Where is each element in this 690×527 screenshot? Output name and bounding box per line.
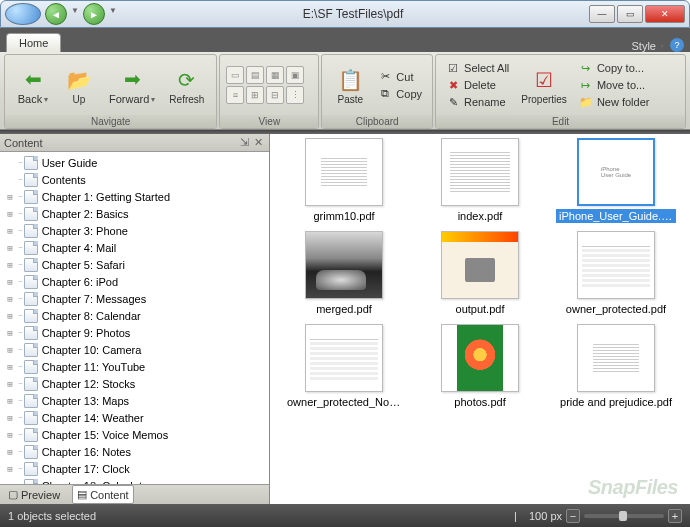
- forward-arrow-icon: ➡: [118, 65, 146, 93]
- expand-icon[interactable]: ⊞: [4, 345, 16, 355]
- new-folder-icon: 📁: [579, 95, 593, 109]
- ribbon: ⬅Back▾ 📂Up ➡Forward▾ ⟳Refresh Navigate ▭…: [0, 52, 690, 130]
- tab-preview[interactable]: ▢Preview: [4, 486, 64, 503]
- close-button[interactable]: ✕: [645, 5, 685, 23]
- tree-item[interactable]: ⊞···Chapter 18: Calculator: [0, 477, 269, 484]
- thumbnail-image: [441, 324, 519, 392]
- tree-item[interactable]: ⊞···Chapter 5: Safari: [0, 256, 269, 273]
- file-thumbnail[interactable]: merged.pdf: [278, 231, 410, 316]
- zoom-slider[interactable]: [584, 514, 664, 518]
- sidebar-pin-icon[interactable]: ⇲: [237, 136, 251, 149]
- file-thumbnail[interactable]: output.pdf: [414, 231, 546, 316]
- tree-item[interactable]: ⊞···Chapter 17: Clock: [0, 460, 269, 477]
- expand-icon[interactable]: ⊞: [4, 413, 16, 423]
- up-button[interactable]: 📂Up: [57, 64, 101, 107]
- properties-button[interactable]: ☑Properties: [515, 64, 573, 107]
- expand-icon[interactable]: ⊞: [4, 209, 16, 219]
- tree-item[interactable]: ⊞···Chapter 6: iPod: [0, 273, 269, 290]
- history-forward-dropdown[interactable]: ▼: [107, 3, 119, 25]
- tree-item[interactable]: ⊞···Chapter 2: Basics: [0, 205, 269, 222]
- file-thumbnail[interactable]: owner_protected_NoRes...: [278, 324, 410, 409]
- style-menu[interactable]: Style▾: [632, 40, 664, 52]
- zoom-in-button[interactable]: +: [668, 509, 682, 523]
- tree-item-label: Chapter 11: YouTube: [42, 361, 146, 373]
- page-icon: [24, 309, 38, 323]
- tree-item[interactable]: ⊞···Chapter 16: Notes: [0, 443, 269, 460]
- history-forward-button[interactable]: ►: [83, 3, 105, 25]
- thumbnail-image: [441, 138, 519, 206]
- content-tree[interactable]: ···User Guide···Contents⊞···Chapter 1: G…: [0, 152, 269, 484]
- tree-item-label: Chapter 12: Stocks: [42, 378, 136, 390]
- tree-item[interactable]: ···Contents: [0, 171, 269, 188]
- tree-item[interactable]: ⊞···Chapter 3: Phone: [0, 222, 269, 239]
- rename-button[interactable]: ✎Rename: [442, 94, 513, 110]
- tree-item[interactable]: ⊞···Chapter 8: Calendar: [0, 307, 269, 324]
- thumbnail-image: [305, 231, 383, 299]
- history-back-button[interactable]: ◄: [45, 3, 67, 25]
- ribbon-group-clipboard: 📋Paste ✂Cut ⧉Copy Clipboard: [321, 54, 433, 129]
- tree-item[interactable]: ⊞···Chapter 9: Photos: [0, 324, 269, 341]
- expand-icon[interactable]: ⊞: [4, 447, 16, 457]
- select-all-button[interactable]: ☑Select All: [442, 60, 513, 76]
- tree-item[interactable]: ⊞···Chapter 7: Messages: [0, 290, 269, 307]
- status-bar: 1 objects selected | 100 px − +: [0, 504, 690, 527]
- tree-item[interactable]: ⊞···Chapter 1: Getting Started: [0, 188, 269, 205]
- expand-icon[interactable]: ⊞: [4, 464, 16, 474]
- tree-item[interactable]: ⊞···Chapter 11: YouTube: [0, 358, 269, 375]
- thumbnail-image: [577, 324, 655, 392]
- ribbon-group-navigate: ⬅Back▾ 📂Up ➡Forward▾ ⟳Refresh Navigate: [4, 54, 217, 129]
- expand-icon[interactable]: ⊞: [4, 430, 16, 440]
- minimize-button[interactable]: —: [589, 5, 615, 23]
- file-thumbnail[interactable]: pride and prejudice.pdf: [550, 324, 682, 409]
- app-icon[interactable]: [5, 3, 41, 25]
- back-button[interactable]: ⬅Back▾: [11, 63, 55, 107]
- tab-home[interactable]: Home: [6, 33, 61, 52]
- zoom-out-button[interactable]: −: [566, 509, 580, 523]
- rename-icon: ✎: [446, 95, 460, 109]
- file-thumbnail[interactable]: photos.pdf: [414, 324, 546, 409]
- expand-icon[interactable]: ⊞: [4, 192, 16, 202]
- help-icon[interactable]: ?: [670, 38, 684, 52]
- delete-button[interactable]: ✖Delete: [442, 77, 513, 93]
- copy-to-button[interactable]: ↪Copy to...: [575, 60, 654, 76]
- expand-icon[interactable]: ⊞: [4, 396, 16, 406]
- tree-item[interactable]: ···User Guide: [0, 154, 269, 171]
- tree-item[interactable]: ⊞···Chapter 14: Weather: [0, 409, 269, 426]
- tree-item[interactable]: ⊞···Chapter 10: Camera: [0, 341, 269, 358]
- tab-content[interactable]: ▤Content: [72, 485, 134, 504]
- page-icon: [24, 326, 38, 340]
- tree-item[interactable]: ⊞···Chapter 4: Mail: [0, 239, 269, 256]
- history-back-dropdown[interactable]: ▼: [69, 3, 81, 25]
- expand-icon[interactable]: ⊞: [4, 379, 16, 389]
- expand-icon[interactable]: ⊞: [4, 243, 16, 253]
- page-icon: [24, 445, 38, 459]
- sidebar-header: Content ⇲ ✕: [0, 134, 269, 152]
- file-thumbnail[interactable]: iPhoneUser GuideiPhone_User_Guide.pdf: [550, 138, 682, 223]
- file-thumbnail[interactable]: grimm10.pdf: [278, 138, 410, 223]
- copy-button[interactable]: ⧉Copy: [374, 86, 426, 102]
- tree-item[interactable]: ⊞···Chapter 12: Stocks: [0, 375, 269, 392]
- forward-button[interactable]: ➡Forward▾: [103, 63, 161, 107]
- paste-button[interactable]: 📋Paste: [328, 64, 372, 107]
- refresh-button[interactable]: ⟳Refresh: [163, 64, 210, 107]
- expand-icon[interactable]: ⊞: [4, 277, 16, 287]
- expand-icon[interactable]: ⊞: [4, 328, 16, 338]
- expand-icon[interactable]: ⊞: [4, 226, 16, 236]
- status-separator: |: [514, 510, 517, 522]
- tree-item[interactable]: ⊞···Chapter 13: Maps: [0, 392, 269, 409]
- file-thumbnail[interactable]: owner_protected.pdf: [550, 231, 682, 316]
- file-grid[interactable]: grimm10.pdfindex.pdfiPhoneUser GuideiPho…: [270, 134, 690, 504]
- cut-button[interactable]: ✂Cut: [374, 69, 426, 85]
- expand-icon[interactable]: ⊞: [4, 311, 16, 321]
- move-to-button[interactable]: ↦Move to...: [575, 77, 654, 93]
- new-folder-button[interactable]: 📁New folder: [575, 94, 654, 110]
- expand-icon[interactable]: ⊞: [4, 294, 16, 304]
- expand-icon[interactable]: ⊞: [4, 260, 16, 270]
- view-mode-grid[interactable]: ▭▤▦▣ ≡⊞⊟⋮: [226, 66, 304, 104]
- tree-item[interactable]: ⊞···Chapter 15: Voice Memos: [0, 426, 269, 443]
- maximize-button[interactable]: ▭: [617, 5, 643, 23]
- file-name: index.pdf: [455, 209, 506, 223]
- file-thumbnail[interactable]: index.pdf: [414, 138, 546, 223]
- expand-icon[interactable]: ⊞: [4, 362, 16, 372]
- sidebar-close-icon[interactable]: ✕: [251, 136, 265, 149]
